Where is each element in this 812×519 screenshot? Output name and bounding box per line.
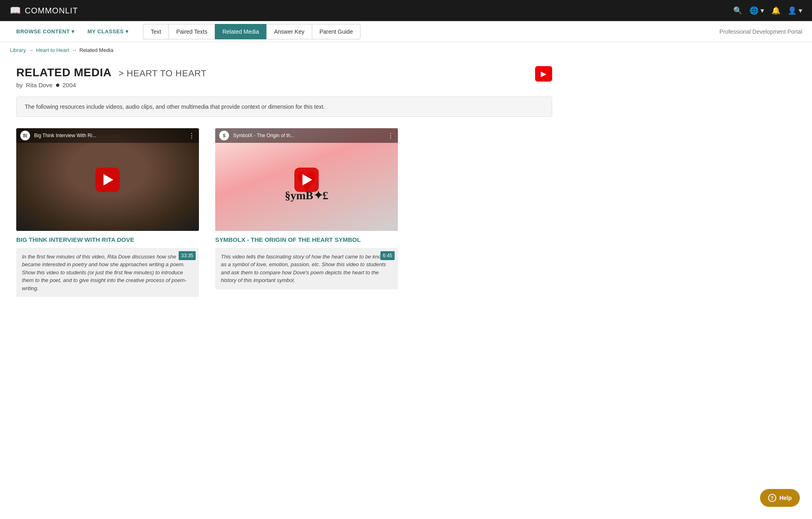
video-thumbnail-1[interactable]: B| Big Think Interview With Ri... ⋮ <box>16 128 199 231</box>
tab-text[interactable]: Text <box>143 24 168 39</box>
info-box: The following resources include videos, … <box>16 97 552 117</box>
channel-icon-2: S <box>219 131 229 140</box>
duration-badge-2: 6:45 <box>380 251 395 260</box>
video-desc-box-2: 6:45 This video tells the fascinating st… <box>215 248 398 289</box>
tab-paired-texts[interactable]: Paired Texts <box>168 24 215 39</box>
secondary-nav: BROWSE CONTENT ▾ MY CLASSES ▾ Text Paire… <box>0 21 812 42</box>
my-classes-link[interactable]: MY CLASSES ▾ <box>81 21 135 42</box>
channel-icon-1: B| <box>20 131 30 140</box>
top-nav-icons: 🔍 🌐 ▾ 🔔 👤 ▾ <box>733 6 802 15</box>
play-triangle-2 <box>302 174 312 185</box>
yt-dots-1[interactable]: ⋮ <box>188 132 195 140</box>
play-triangle-1 <box>104 174 113 185</box>
video-grid: B| Big Think Interview With Ri... ⋮ BIG … <box>16 128 398 297</box>
logo-text: COMMONLIT <box>25 6 78 15</box>
breadcrumb: Library → Heart to Heart → Related Media <box>0 42 812 58</box>
video-card-1: B| Big Think Interview With Ri... ⋮ BIG … <box>16 128 199 297</box>
search-icon[interactable]: 🔍 <box>733 6 742 15</box>
yt-top-bar-2: S SymbolX - The Origin of th... ⋮ <box>215 128 398 143</box>
video-title-1[interactable]: BIG THINK INTERVIEW WITH RITA DOVE <box>16 236 199 244</box>
play-button-2[interactable] <box>294 168 319 192</box>
book-icon: 📖 <box>10 5 21 16</box>
browse-content-link[interactable]: BROWSE CONTENT ▾ <box>10 21 81 42</box>
user-icon[interactable]: 👤 ▾ <box>788 6 802 15</box>
page-title-sub: > Heart to Heart <box>119 68 207 78</box>
globe-icon[interactable]: 🌐 ▾ <box>749 6 764 15</box>
video-title-2[interactable]: SYMBOLX - THE ORIGIN OF THE HEART SYMBOL <box>215 236 398 244</box>
breadcrumb-library[interactable]: Library <box>10 47 26 53</box>
tab-related-media[interactable]: Related Media <box>215 24 266 39</box>
yt-dots-2[interactable]: ⋮ <box>387 132 394 140</box>
prof-dev-link[interactable]: Professional Development Portal <box>719 28 802 35</box>
bell-icon[interactable]: 🔔 <box>771 6 780 15</box>
top-nav: 📖 COMMONLIT 🔍 🌐 ▾ 🔔 👤 ▾ <box>0 0 812 21</box>
video-card-2: ♥ §ymB✦£ S SymbolX - The Origin of th...… <box>215 128 398 297</box>
dot-separator <box>56 84 59 87</box>
breadcrumb-sep-2: → <box>71 47 77 53</box>
video-desc-box-1: 33:35 In the first few minutes of this v… <box>16 248 199 297</box>
youtube-icon: ▶ <box>541 69 546 78</box>
breadcrumb-heart-to-heart[interactable]: Heart to Heart <box>36 47 69 53</box>
play-button-1[interactable] <box>95 168 120 192</box>
tabs-area: Text Paired Texts Related Media Answer K… <box>143 24 361 39</box>
page-title-area: RELATED MEDIA > Heart to Heart by Rita D… <box>16 66 207 88</box>
page-title: RELATED MEDIA > Heart to Heart <box>16 66 207 79</box>
logo[interactable]: 📖 COMMONLIT <box>10 5 78 16</box>
yt-title-2: SymbolX - The Origin of th... <box>233 133 383 138</box>
page-subtitle: by Rita Dove 2004 <box>16 82 207 88</box>
breadcrumb-sep-1: → <box>28 47 34 53</box>
tab-answer-key[interactable]: Answer Key <box>266 24 312 39</box>
breadcrumb-current: Related Media <box>79 47 113 53</box>
tab-parent-guide[interactable]: Parent Guide <box>312 24 361 39</box>
video-thumbnail-2[interactable]: ♥ §ymB✦£ S SymbolX - The Origin of th...… <box>215 128 398 231</box>
secondary-nav-left: BROWSE CONTENT ▾ MY CLASSES ▾ Text Paire… <box>10 21 361 42</box>
yt-top-bar-1: B| Big Think Interview With Ri... ⋮ <box>16 128 199 143</box>
page-header: RELATED MEDIA > Heart to Heart by Rita D… <box>16 66 552 88</box>
duration-badge-1: 33:35 <box>179 251 196 260</box>
youtube-button[interactable]: ▶ <box>535 66 552 82</box>
yt-title-1: Big Think Interview With Ri... <box>34 133 184 138</box>
main-content: RELATED MEDIA > Heart to Heart by Rita D… <box>0 58 568 313</box>
